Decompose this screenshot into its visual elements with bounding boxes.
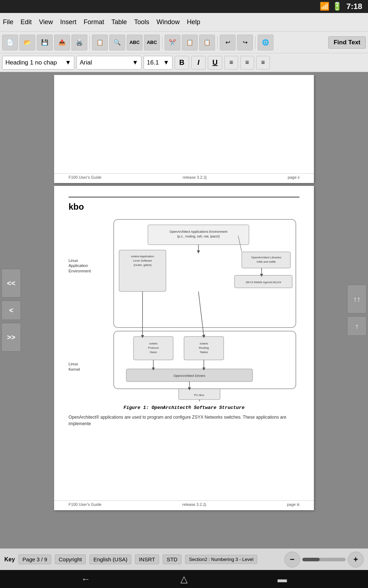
insert-mode: INSRT	[135, 554, 159, 564]
svg-text:ZBYS RAMS #gen#LINUX#: ZBYS RAMS #gen#LINUX#	[246, 281, 281, 284]
back-button[interactable]: ←	[81, 574, 91, 585]
tb-sep4	[255, 36, 255, 49]
prev-prev-button[interactable]: <<	[1, 269, 21, 298]
figure-caption: Figure 1: OpenArchitect® Software Struct…	[69, 405, 299, 410]
menu-table[interactable]: Table	[111, 18, 127, 26]
tb-spellcheck1[interactable]: ABC	[127, 35, 143, 50]
underline-button[interactable]: U	[208, 56, 222, 70]
menu-format[interactable]: Format	[84, 18, 104, 26]
std-mode: STD	[163, 554, 181, 564]
svg-text:Routing: Routing	[199, 346, 209, 349]
size-dropdown[interactable]: 16.1 ▼	[144, 56, 172, 70]
find-text-button[interactable]: Find Text	[328, 36, 366, 49]
status-bar: 📶 🔋 7:18	[0, 0, 368, 13]
architecture-diagram: OpenArchitect Applications Environment (…	[112, 218, 299, 401]
page2-footer: F100 User's Guide release 3.2.2j page ii…	[54, 500, 314, 507]
tb-redo[interactable]: ↪	[237, 35, 253, 50]
menu-insert[interactable]: Insert	[60, 18, 76, 26]
svg-text:OpenArchitect Applications Env: OpenArchitect Applications Environment	[170, 230, 228, 233]
page2-heading: kbo	[69, 202, 299, 212]
next-next-button[interactable]: >>	[1, 323, 21, 352]
section-info: Section2 : Numbering 3 - Level	[185, 555, 257, 564]
tb-new[interactable]: 📄	[2, 35, 18, 50]
page2-footer-right: page iii	[287, 502, 299, 507]
page2-body-text: OpenArchitect® applications are used to …	[69, 414, 299, 427]
svg-text:solaris: solaris	[149, 342, 157, 345]
diagram-labels: LinuxApplicationEnvironment LinuxKernel	[69, 218, 108, 401]
zoom-out-button[interactable]: −	[284, 552, 300, 567]
menu-file[interactable]: File	[3, 18, 13, 26]
signal-icon: 📶	[320, 2, 329, 11]
tb-cut[interactable]: ✂️	[165, 35, 180, 50]
align-right-button[interactable]: ≡	[256, 56, 270, 70]
tb-sep1	[89, 36, 90, 49]
up-button[interactable]: ↑	[347, 316, 367, 336]
bottom-bar: Key Page 3 / 9 Copyright English (USA) I…	[0, 548, 368, 570]
tb-preview[interactable]: 📋	[92, 35, 108, 50]
prev-button[interactable]: <	[1, 300, 21, 320]
italic-button[interactable]: I	[191, 56, 206, 70]
menu-edit[interactable]: Edit	[21, 18, 32, 26]
page-2: kbo LinuxApplicationEnvironment LinuxKer…	[54, 186, 314, 510]
zoom-in-button[interactable]: +	[348, 552, 364, 567]
svg-text:Stack: Stack	[150, 351, 157, 354]
tb-export[interactable]: 📤	[54, 35, 70, 50]
align-left-button[interactable]: ≡	[224, 56, 238, 70]
page-info: Page 3 / 9	[18, 554, 51, 564]
left-nav: << < >>	[0, 72, 22, 548]
menu-tools[interactable]: Tools	[134, 18, 149, 26]
page1-footer-center: release 3.2.2j	[183, 175, 206, 179]
menu-help[interactable]: Help	[187, 18, 200, 26]
format-bar: Heading 1 no chap ▼ Arial ▼ 16.1 ▼ B I U…	[0, 53, 368, 72]
style-dropdown-arrow: ▼	[65, 59, 71, 66]
style-dropdown[interactable]: Heading 1 no chap ▼	[2, 56, 74, 70]
toolbar: 📄 📂 💾 📤 🖨️ 📋 🔍 ABC ABC ✂️ 📋 📋 ↩ ↪ 🌐 Find…	[0, 32, 368, 53]
align-center-button[interactable]: ≡	[240, 56, 254, 70]
copyright-info: Copyright	[55, 554, 86, 564]
tb-undo[interactable]: ↩	[220, 35, 236, 50]
size-dropdown-arrow: ▼	[163, 59, 169, 66]
system-nav-bar: ← △ ▬	[0, 570, 368, 588]
clock: 7:18	[346, 2, 362, 11]
page1-footer: F100 User's Guide release 3.2.2j page ii	[54, 173, 314, 179]
tb-open[interactable]: 📂	[19, 35, 35, 50]
linux-kernel-label: LinuxKernel	[69, 361, 108, 372]
tb-print[interactable]: 🖨️	[71, 35, 87, 50]
page1-footer-left: F100 User's Guide	[69, 175, 101, 179]
font-name: Arial	[80, 59, 92, 66]
zoom-bar[interactable]	[302, 558, 346, 561]
status-icons: 📶 🔋	[320, 2, 342, 11]
menu-window[interactable]: Window	[157, 18, 180, 26]
svg-text:tcllib and stdlib: tcllib and stdlib	[257, 260, 276, 263]
key-label: Key	[4, 556, 15, 563]
tb-find[interactable]: 🔍	[109, 35, 125, 50]
menu-view[interactable]: View	[39, 18, 53, 26]
tb-web[interactable]: 🌐	[258, 35, 273, 50]
up-up-button[interactable]: ↑↑	[347, 285, 367, 313]
diagram-svg-container: OpenArchitect Applications Environment (…	[112, 218, 299, 401]
style-name: Heading 1 no chap	[5, 59, 57, 66]
tb-paste[interactable]: 📋	[199, 35, 215, 50]
svg-text:(router, gated): (router, gated)	[133, 263, 152, 267]
menu-button[interactable]: ▬	[277, 574, 287, 585]
svg-text:(p.c., routing, ssh, nat, ipac: (p.c., routing, ssh, nat, ipacct)	[177, 235, 220, 238]
svg-line-28	[198, 291, 204, 337]
page1-footer-right: page ii	[288, 175, 299, 179]
font-dropdown[interactable]: Arial ▼	[76, 56, 141, 70]
bold-button[interactable]: B	[175, 56, 189, 70]
diagram-container: LinuxApplicationEnvironment LinuxKernel …	[69, 218, 299, 401]
svg-text:Tables: Tables	[200, 351, 208, 354]
font-dropdown-arrow: ▼	[132, 59, 138, 66]
menu-bar: File Edit View Insert Format Table Tools…	[0, 13, 368, 32]
svg-text:solaris: solaris	[200, 342, 208, 345]
page2-top-rule	[69, 197, 299, 197]
page2-footer-left: F100 User's Guide	[69, 502, 101, 507]
tb-copy[interactable]: 📋	[182, 35, 198, 50]
svg-text:PLI Bus: PLI Bus	[194, 393, 204, 397]
svg-text:Protocol: Protocol	[148, 346, 159, 349]
tb-save[interactable]: 💾	[37, 35, 53, 50]
tb-spellcheck2[interactable]: ABC	[144, 35, 160, 50]
svg-text:solaris Application: solaris Application	[131, 255, 154, 258]
home-button[interactable]: △	[180, 574, 188, 585]
language-info: English (USA)	[89, 554, 131, 564]
